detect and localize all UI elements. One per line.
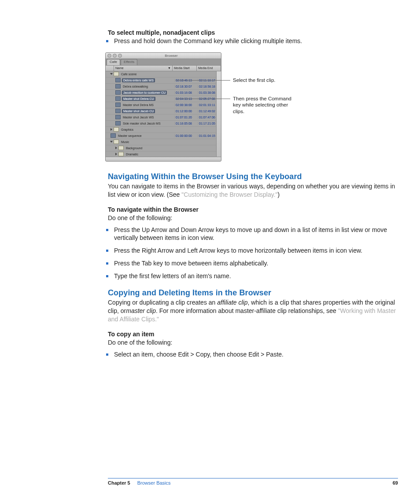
media-start: 01:03:16:08 — [174, 91, 198, 94]
media-start: 01:00:00:00 — [174, 134, 198, 137]
col-name: Name▼ — [114, 66, 173, 71]
clip-icon — [115, 84, 121, 88]
media-start: 02:00:38:00 — [174, 103, 198, 107]
footer-title: Browser Basics — [137, 480, 171, 486]
browser-window: Browser Cafe Effects Name▼ Media Start M… — [105, 52, 221, 162]
list-row: Master shot Jacob CU01:12:00:0001:12:49:… — [106, 108, 221, 114]
disclosure-triangle-icon — [115, 153, 117, 155]
list-row: Debra enters cafe WS02:10:46:1302:11:16:… — [106, 77, 221, 84]
media-start: 02:18:30:07 — [174, 85, 198, 88]
row-name: Graphics — [120, 128, 134, 131]
nav-bullet-4: Type the first few letters of an item's … — [108, 272, 398, 280]
disclosure-triangle-icon — [110, 141, 113, 143]
list-row: Cafe scene — [106, 71, 221, 77]
tab-effects: Effects — [121, 59, 137, 65]
nav-bullet-3: Press the Tab key to move between items … — [108, 259, 398, 268]
row-name: Master shot Debra CU — [122, 97, 155, 101]
disclosure-triangle-icon — [111, 128, 112, 131]
list-row: Master shot Debra CU02:04:33:1302:05:27:… — [106, 96, 221, 102]
list-row: Jacob reaction to customer CU01:03:16:08… — [106, 90, 221, 96]
bin-icon — [114, 140, 119, 144]
row-name: Dramatic — [125, 153, 139, 156]
list-row: Music — [106, 139, 221, 145]
clip-icon — [115, 115, 121, 119]
bin-icon — [114, 127, 119, 132]
row-name: Side master shot Jacob MS — [122, 122, 162, 125]
heading-copy-delete: Copying and Deleting Items in the Browse… — [108, 288, 398, 298]
tab-bar: Cafe Effects — [106, 59, 221, 65]
page-footer: Chapter 5 Browser Basics 69 — [108, 478, 398, 486]
row-name: Music — [120, 140, 130, 143]
clip-icon — [115, 103, 121, 107]
list-row: Master shot Jacob WS01:07:01:2001:07:47:… — [106, 114, 221, 121]
minimize-button-icon — [113, 54, 117, 58]
footer-chapter: Chapter 5 — [108, 480, 130, 486]
col-media-end: Media End — [197, 66, 221, 71]
clip-icon — [111, 133, 116, 138]
window-title: Browser — [123, 54, 219, 58]
list-row: Dramatic — [106, 151, 221, 157]
row-name: Background — [125, 147, 143, 150]
list-row: Master sequence01:00:00:0001:01:04:15 — [106, 133, 221, 139]
heading-to-navigate: To navigate within the Browser — [108, 206, 398, 213]
para-navigating: You can navigate to items in the Browser… — [108, 182, 398, 199]
media-start: 01:12:00:00 — [174, 110, 198, 113]
window-titlebar: Browser — [106, 53, 221, 59]
list-row: Graphics — [106, 127, 221, 133]
column-headers: Name▼ Media Start Media End — [106, 65, 221, 71]
copy-bullet-1: Select an item, choose Edit > Copy, then… — [108, 350, 398, 359]
footer-page-number: 69 — [393, 480, 398, 486]
row-name: Master shot Jacob CU — [122, 109, 155, 113]
row-name: Jacob reaction to customer CU — [122, 91, 167, 95]
browser-list: Cafe sceneDebra enters cafe WS02:10:46:1… — [106, 71, 221, 157]
list-row: Side master shot Jacob MS01:16:05:0801:1… — [106, 121, 221, 127]
do-one-1: Do one of the following: — [108, 214, 398, 222]
row-name: Debra sidewalking — [122, 85, 149, 88]
row-name: Cafe scene — [120, 73, 137, 76]
nav-bullet-1: Press the Up Arrow and Down Arrow keys t… — [108, 226, 398, 243]
clip-icon — [115, 96, 121, 101]
nav-bullet-2: Press the Right Arrow and Left Arrow key… — [108, 246, 398, 255]
clip-icon — [115, 109, 121, 113]
row-name: Master sequence — [117, 134, 143, 137]
list-row: Debra sidewalking02:18:30:0702:18:58:18 — [106, 84, 221, 90]
close-button-icon — [107, 54, 111, 58]
disclosure-triangle-icon — [115, 147, 117, 149]
bullet-select-multiple: Press and hold down the Command key whil… — [108, 37, 398, 45]
do-one-2: Do one of the following: — [108, 338, 398, 347]
heading-navigating: Navigating Within the Browser Using the … — [108, 172, 398, 181]
link-customizing-display: "Customizing the Browser Display." — [181, 191, 277, 198]
bin-icon — [118, 146, 124, 150]
clip-icon — [115, 78, 121, 82]
scrollbar-horizontal — [106, 157, 221, 162]
callout-command-key: Then press the Command key while selecti… — [233, 96, 295, 114]
row-name: Debra enters cafe WS — [122, 78, 155, 82]
list-row: Background — [106, 145, 221, 151]
para-copy-delete: Copying or duplicating a clip creates an… — [108, 298, 398, 324]
row-name: Master shot Debra MS — [122, 103, 155, 107]
list-row: Master shot Debra MS02:00:38:0002:01:33:… — [106, 102, 221, 108]
row-name: Master shot Jacob WS — [122, 116, 155, 119]
media-start: 01:07:01:20 — [174, 116, 198, 119]
heading-select-multiple: To select multiple, nonadjacent clips — [108, 29, 398, 36]
zoom-button-icon — [118, 54, 122, 58]
scrollbar-vertical — [216, 71, 221, 157]
bin-icon — [118, 152, 124, 156]
tab-cafe: Cafe — [107, 59, 120, 65]
media-start: 01:16:05:08 — [174, 122, 198, 125]
heading-to-copy: To copy an item — [108, 331, 398, 338]
col-media-start: Media Start — [173, 66, 197, 71]
bin-icon — [114, 72, 119, 76]
clip-icon — [115, 121, 121, 125]
figure-browser-window: Browser Cafe Effects Name▼ Media Start M… — [108, 52, 398, 162]
disclosure-triangle-icon — [110, 73, 113, 75]
clip-icon — [115, 90, 121, 95]
callout-first-clip: Select the first clip. — [233, 77, 276, 83]
